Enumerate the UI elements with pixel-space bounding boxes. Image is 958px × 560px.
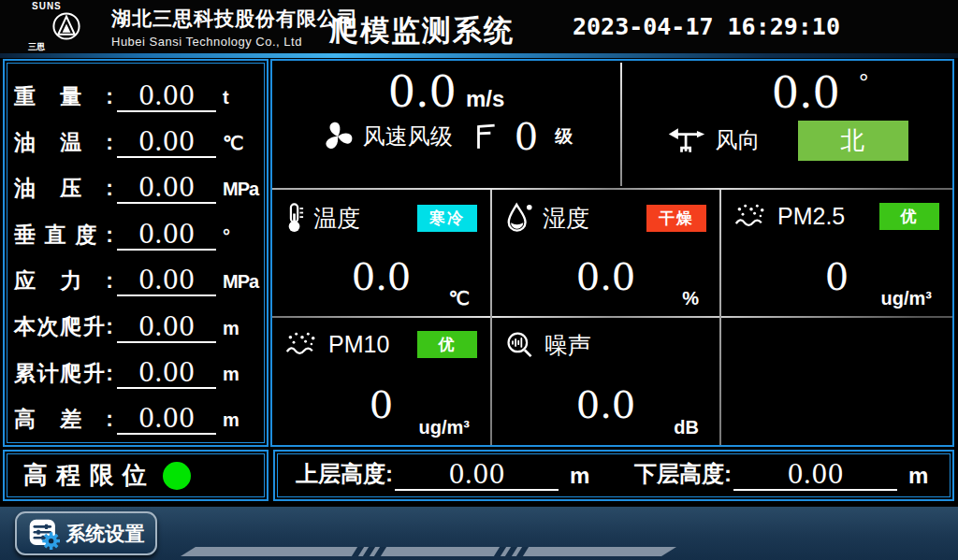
wind-direction-reading: 0.0°	[622, 68, 952, 117]
row-unit: m	[216, 364, 255, 389]
wind-level-flag-icon	[473, 122, 498, 151]
humidity-status-badge: 干燥	[646, 205, 706, 232]
row-label: 油 温 :	[14, 131, 113, 158]
noise-label: 噪声	[544, 330, 591, 361]
upper-height-label: 上层高度:	[296, 459, 393, 491]
wind-level-unit: 级	[555, 124, 573, 149]
humidity-header: 湿度 干燥	[505, 202, 706, 234]
company-name-block: 湖北三思科技股份有限公司 Hubei Sansi Technology Co.,…	[111, 6, 358, 49]
humidity-unit: %	[682, 288, 699, 309]
pm25-label: PM2.5	[777, 203, 845, 230]
temperature-header: 温度 寒冷	[285, 202, 477, 234]
row-unit: °	[216, 225, 255, 251]
settings-button-label: 系统设置	[66, 521, 145, 547]
pm25-header: PM2.5 优	[734, 202, 939, 230]
footer-bar: 系统设置	[0, 505, 958, 560]
datetime-display: 2023-04-17 16:29:10	[573, 13, 840, 40]
empty-cell	[721, 318, 952, 445]
row-unit: MPa	[216, 271, 255, 296]
pm10-header: PM10 优	[285, 330, 477, 358]
wind-speed-reading: 0.0m/s	[272, 68, 620, 116]
noise-cell: 噪声 0.0 dB	[492, 318, 719, 445]
pm25-cell: PM2.5 优 0 ug/m³	[721, 190, 952, 316]
row-unit: m	[216, 409, 255, 435]
pm10-label: PM10	[328, 331, 389, 358]
upper-height-value: 0.00	[395, 461, 559, 491]
row-label: 重 量 :	[14, 85, 113, 112]
sidebar-row-weight: 重 量 : 0.00 t	[14, 71, 255, 112]
pm25-status-badge: 优	[879, 203, 939, 230]
humidity-label: 湿度	[543, 203, 589, 234]
row-value: 0.00	[117, 358, 216, 389]
layer-height-box: 上层高度: 0.00 m 下层高度: 0.00 m	[273, 450, 954, 501]
sidebar-row-oil-temp: 油 温 : 0.00 ℃	[14, 117, 255, 158]
temperature-label: 温度	[313, 203, 360, 234]
temperature-cell: 温度 寒冷 0.0 ℃	[272, 190, 490, 316]
wind-direction-unit: °	[859, 68, 868, 96]
elevation-limit-label: 高 程 限 位	[23, 459, 148, 492]
lower-height-unit: m	[908, 463, 928, 491]
wind-speed-cell: 0.0m/s 风速风级	[272, 61, 620, 188]
stripe-slash	[363, 547, 375, 556]
particles-icon	[285, 330, 319, 358]
pm25-unit: ug/m³	[881, 288, 932, 309]
header-divider-line	[0, 53, 958, 58]
wind-direction-label: 风向	[716, 125, 761, 155]
lower-height-value: 0.00	[733, 461, 897, 491]
wind-vane-icon	[667, 125, 706, 155]
sensor-sidebar: 重 量 : 0.00 t 油 温 : 0.00 ℃ 油 压 : 0.00 MPa…	[3, 59, 269, 447]
stripe-slash	[505, 547, 517, 556]
row-unit: MPa	[216, 179, 255, 204]
wind-speed-unit: m/s	[466, 86, 504, 111]
logo-sansi-text: 三思	[28, 41, 45, 53]
row-unit: m	[216, 318, 255, 343]
sidebar-row-total-climb: 累计爬升: 0.00 m	[14, 348, 255, 389]
environment-panel: 0.0m/s 风速风级	[270, 59, 954, 447]
fan-icon	[320, 119, 356, 154]
row-value: 0.00	[117, 173, 216, 204]
humidity-cell: 湿度 干燥 0.0 %	[492, 190, 719, 316]
wind-level-row: 风速风级 0 级	[272, 118, 620, 155]
monitor-screen: SUNS 三思 湖北三思科技股份有限公司 Hubei Sansi Technol…	[0, 0, 958, 560]
row-label: 油 压 :	[14, 177, 113, 204]
thermometer-icon	[285, 202, 304, 234]
row-value: 0.00	[117, 266, 216, 296]
wind-speed-label: 风速风级	[363, 122, 453, 151]
noise-header: 噪声	[505, 330, 706, 361]
elevation-limit-status-indicator	[163, 462, 191, 490]
pm10-status-badge: 优	[417, 331, 477, 358]
row-label: 垂直度:	[14, 223, 113, 251]
temperature-status-badge: 寒冷	[417, 205, 477, 232]
company-name-cn: 湖北三思科技股份有限公司	[111, 6, 358, 32]
row-unit: ℃	[216, 132, 255, 158]
wind-direction-cell: 0.0° 风向 北	[622, 61, 952, 188]
row-value: 0.00	[117, 127, 216, 158]
row-value: 0.00	[117, 81, 216, 112]
footer-stripe-decoration	[181, 547, 676, 556]
upper-height-group: 上层高度: 0.00 m	[275, 452, 614, 499]
stripe-slash	[374, 547, 386, 556]
page-title: 爬模监测系统	[329, 11, 515, 50]
stripe-slash	[516, 547, 529, 556]
system-settings-button[interactable]: 系统设置	[15, 511, 157, 555]
sidebar-row-height-diff: 高 差 : 0.00 m	[14, 394, 255, 435]
wind-level-value: 0	[515, 118, 538, 155]
noise-meter-icon	[505, 331, 535, 361]
row-label: 应 力 :	[14, 269, 113, 296]
row-value: 0.00	[117, 220, 216, 251]
row-label: 累计爬升:	[14, 362, 113, 389]
sidebar-row-stress: 应 力 : 0.00 MPa	[14, 255, 255, 296]
row-unit: t	[216, 87, 255, 112]
row-label: 高 差 :	[14, 408, 113, 435]
stripe-slash	[352, 547, 364, 556]
lower-height-group: 下层高度: 0.00 m	[614, 452, 952, 499]
company-logo: SUNS 三思	[24, 1, 109, 53]
header: SUNS 三思 湖北三思科技股份有限公司 Hubei Sansi Technol…	[0, 0, 958, 53]
wind-direction-row: 风向 北	[622, 121, 952, 161]
pm10-unit: ug/m³	[419, 417, 470, 438]
wind-speed-value: 0.0	[388, 66, 457, 117]
sidebar-row-verticality: 垂直度: 0.00 °	[14, 209, 255, 251]
temperature-unit: ℃	[449, 287, 470, 309]
upper-height-unit: m	[570, 463, 589, 491]
lower-height-label: 下层高度:	[634, 459, 732, 491]
